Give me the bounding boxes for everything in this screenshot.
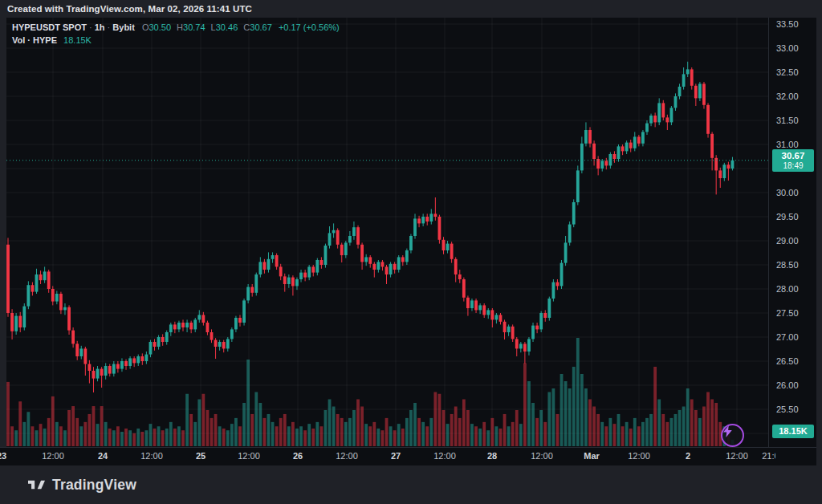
- volume-bar: [210, 418, 214, 446]
- volume-bar: [446, 424, 450, 446]
- volume-bar: [218, 426, 222, 446]
- volume-bar: [694, 410, 698, 446]
- volume-bar: [478, 429, 482, 446]
- boost-button[interactable]: [721, 424, 744, 447]
- volume-bar: [678, 410, 682, 446]
- volume-bar: [59, 426, 63, 446]
- volume-bar: [250, 414, 254, 446]
- candle-body: [442, 240, 446, 250]
- volume-bar: [503, 414, 507, 446]
- volume-bar: [604, 426, 608, 446]
- volume-badge: 18.15K: [772, 425, 814, 438]
- volume-bar: [356, 400, 360, 447]
- candle-body: [470, 300, 474, 308]
- candle-body: [372, 264, 376, 270]
- candle-body: [665, 117, 669, 122]
- volume-bar: [507, 426, 511, 446]
- candle-body: [446, 244, 450, 250]
- volume-bar: [112, 430, 116, 446]
- candle-body: [299, 273, 303, 279]
- candle-body: [238, 318, 242, 323]
- volume-bar: [458, 418, 462, 446]
- volume-bar: [385, 418, 389, 446]
- candle-body: [376, 262, 380, 270]
- candle-body: [401, 257, 405, 262]
- volume-bar: [96, 424, 100, 446]
- candle-body: [116, 364, 120, 369]
- volume-bar: [515, 410, 519, 446]
- volume-bar: [149, 424, 153, 446]
- volume-bar: [621, 426, 625, 446]
- candle-body: [83, 348, 87, 364]
- volume-bar: [104, 422, 108, 446]
- volume-bar: [600, 422, 604, 446]
- volume-bar: [686, 388, 690, 446]
- price-axis-label: 33.50: [776, 18, 799, 30]
- candle-body: [47, 271, 51, 289]
- volume-bar: [79, 426, 83, 446]
- volume-bar: [14, 430, 18, 446]
- candle-body: [234, 318, 238, 329]
- candle-body: [214, 340, 218, 347]
- volume-bar: [303, 430, 307, 446]
- volume-bar: [201, 394, 205, 446]
- candle-body: [547, 299, 551, 318]
- volume-bar: [22, 422, 26, 446]
- tradingview-logo-text[interactable]: TradingView: [52, 477, 136, 494]
- candle-body: [531, 326, 535, 339]
- volume-bar: [230, 424, 234, 446]
- volume-bar: [584, 388, 588, 446]
- volume-bar: [173, 429, 177, 446]
- time-axis-label: 12:00: [140, 451, 163, 461]
- candle-body: [511, 327, 515, 339]
- volume-bar: [556, 414, 560, 446]
- candle-body: [718, 170, 722, 178]
- candle-body: [344, 242, 348, 255]
- candle-body: [702, 83, 706, 104]
- candle-body: [18, 316, 22, 327]
- volume-bar: [368, 426, 372, 446]
- volume-bar: [438, 394, 442, 446]
- footer-bar: TradingView: [0, 465, 822, 504]
- candle-body: [173, 324, 177, 329]
- volume-bar: [674, 414, 678, 446]
- candle-body: [698, 83, 702, 98]
- candle-body: [495, 315, 498, 319]
- volume-bar: [470, 424, 474, 446]
- volume-bar: [474, 426, 478, 446]
- chart-canvas[interactable]: [6, 18, 768, 447]
- candle-body: [519, 343, 523, 348]
- candle-body: [356, 227, 360, 245]
- candle-body: [580, 144, 584, 171]
- volume-bar: [433, 392, 437, 447]
- price-axis-label: 27.00: [776, 331, 799, 343]
- volume-bar: [551, 388, 555, 446]
- chart-pane[interactable]: HYPEUSDT SPOT · 1h · Bybit O30.50 H30.74…: [6, 18, 768, 447]
- candle-body: [714, 158, 718, 171]
- candle-body: [670, 108, 673, 122]
- price-axis[interactable]: 30.67 18:49 18.15K 33.5033.0032.5032.003…: [768, 18, 816, 447]
- candle-body: [352, 227, 356, 236]
- volume-bar: [348, 418, 352, 446]
- volume-bar: [120, 432, 124, 446]
- tradingview-logo-icon[interactable]: [28, 478, 45, 492]
- volume-bar: [670, 418, 673, 446]
- volume-bar: [409, 410, 413, 446]
- time-axis[interactable]: 2312:002412:002512:002612:002712:002812:…: [0, 447, 816, 465]
- volume-bar: [55, 422, 59, 446]
- time-axis-label: Mar: [584, 451, 600, 461]
- candle-body: [165, 332, 169, 342]
- volume-bar: [214, 414, 218, 446]
- candle-body: [560, 263, 564, 287]
- candle-body: [600, 161, 604, 169]
- candle-body: [258, 262, 262, 274]
- volume-bar: [344, 422, 348, 446]
- candle-body: [295, 279, 299, 286]
- volume-bar: [641, 422, 645, 446]
- volume-bar: [144, 430, 148, 446]
- volume-bar: [43, 429, 47, 446]
- candle-body: [405, 250, 409, 262]
- candle-body: [364, 257, 368, 262]
- volume-bar: [275, 426, 279, 446]
- candle-body: [568, 225, 572, 243]
